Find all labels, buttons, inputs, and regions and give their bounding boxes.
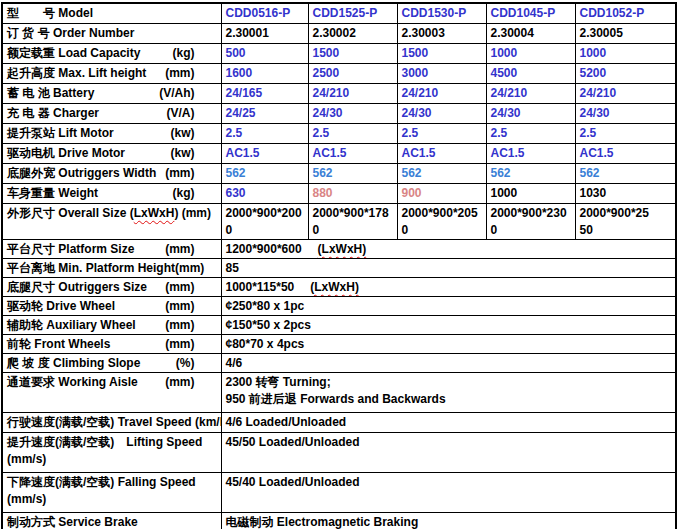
spec-unit: (mm)	[165, 317, 216, 334]
spec-label-cell: 起升高度 Max. Lift height (mm)	[2, 63, 221, 83]
spec-value: 24/30	[575, 103, 676, 123]
spec-label: 下降速度(满载/空载) Falling Speed	[7, 474, 217, 491]
spec-label-cell: 提升泵站 Lift Motor (kw)	[2, 123, 221, 143]
spec-label-cell: 平台尺寸 Platform Size (mm)	[2, 239, 221, 258]
spec-unit: (mm)	[165, 165, 216, 182]
spec-value: 2.5	[575, 123, 676, 143]
spec-value-spellcheck: (LxWxH)	[310, 280, 359, 294]
spec-value: 630	[221, 183, 308, 203]
spec-value: 562	[308, 163, 397, 183]
spec-value: 2.5	[397, 123, 486, 143]
spec-label: 提升速度(满载/空载) Lifting Speed	[7, 434, 217, 451]
spec-label: 平台尺寸 Platform Size	[7, 241, 134, 258]
spec-label-cell: 平台离地 Min. Platform Height (mm)	[2, 258, 221, 277]
spec-value-line1: 2300 转弯 Turning;	[226, 374, 672, 391]
spec-label: 额定载重 Load Capacity	[7, 45, 140, 62]
spec-value: 2.5	[486, 123, 575, 143]
spec-value: 2300 转弯 Turning; 950 前进后退 Forwards and B…	[221, 372, 676, 412]
spec-label-cell: 蓄 电 池 Battery (V/Ah)	[2, 83, 221, 103]
spec-value: 电磁制动 Electromagnetic Braking	[221, 512, 676, 529]
spec-value: AC1.5	[308, 143, 397, 163]
spec-unit: (V/Ah)	[159, 85, 216, 102]
spec-value: 562	[575, 163, 676, 183]
spec-label: 行驶速度(满载/空载) Travel Speed (km/h)	[7, 414, 217, 431]
spec-value: 24/210	[486, 83, 575, 103]
spec-label-cell: 车身重量 Weight (kg)	[2, 183, 221, 203]
spec-value: 1000*115*50(LxWxH)	[221, 277, 676, 296]
spec-unit: (mm)	[165, 336, 216, 353]
spec-value: 1000	[575, 43, 676, 63]
spec-value: 4/6	[221, 353, 676, 372]
spec-value: AC1.5	[486, 143, 575, 163]
spec-value: 24/30	[397, 103, 486, 123]
spec-value-line2: 950 前进后退 Forwards and Backwards	[226, 391, 672, 408]
row-charger: 充 电 器 Charger (V/A) 24/25 24/30 24/30 24…	[2, 103, 676, 123]
spec-label: 底腿尺寸 Outriggers Size	[7, 279, 147, 296]
spec-value: 2.30001	[221, 23, 308, 43]
spec-label: 蓄 电 池 Battery	[7, 85, 94, 102]
spec-value: 2.30004	[486, 23, 575, 43]
spec-value: 85	[221, 258, 676, 277]
spec-value: 1000	[486, 43, 575, 63]
spec-label: 底腿外宽 Outriggers Width	[7, 165, 156, 182]
row-model: 型 号 Model CDD0516-P CDD1525-P CDD1530-P …	[2, 3, 676, 23]
row-outriggers-size: 底腿尺寸 Outriggers Size (mm) 1000*115*50(Lx…	[2, 277, 676, 296]
spec-label: 订 货 号 Order Number	[7, 25, 134, 42]
row-overall-size: 外形尺寸 Overall Size (LxWxH) (mm) 2000*900*…	[2, 203, 676, 239]
spec-value: AC1.5	[221, 143, 308, 163]
row-min-platform-height: 平台离地 Min. Platform Height (mm) 85	[2, 258, 676, 277]
spec-value: 1200*900*600(LxWxH)	[221, 239, 676, 258]
spec-value: 24/30	[486, 103, 575, 123]
spec-unit: (mm)	[165, 241, 216, 258]
spec-label-cell: 驱动电机 Drive Motor (kw)	[2, 143, 221, 163]
row-working-aisle: 通道要求 Working Aisle (mm) 2300 转弯 Turning;…	[2, 372, 676, 412]
spec-value: ¢80*70 x 4pcs	[221, 334, 676, 353]
spec-label: 爬 坡 度 Climbing Slope	[7, 355, 140, 372]
spec-label: 平台离地 Min. Platform Height	[7, 260, 175, 277]
spec-label-cell: 下降速度(满载/空载) Falling Speed (mm/s)	[2, 472, 221, 512]
spec-label-cell: 通道要求 Working Aisle (mm)	[2, 372, 221, 412]
spec-value: AC1.5	[397, 143, 486, 163]
row-order-number: 订 货 号 Order Number 2.30001 2.30002 2.300…	[2, 23, 676, 43]
spec-value: 24/165	[221, 83, 308, 103]
spec-label: 外形尺寸 Overall Size (	[7, 206, 134, 220]
spec-value: 562	[221, 163, 308, 183]
spec-unit: (%)	[176, 355, 217, 372]
spec-label-cell: 爬 坡 度 Climbing Slope (%)	[2, 353, 221, 372]
spec-value: 24/210	[308, 83, 397, 103]
spec-label: 起升高度 Max. Lift height	[7, 65, 146, 82]
row-service-brake: 制动方式 Service Brake 电磁制动 Electromagnetic …	[2, 512, 676, 529]
spec-table: 型 号 Model CDD0516-P CDD1525-P CDD1530-P …	[1, 2, 677, 529]
spec-label: 充 电 器 Charger	[7, 105, 99, 122]
spec-value: 500	[221, 43, 308, 63]
spec-value: CDD1052-P	[575, 3, 676, 23]
spec-unit: (kg)	[173, 185, 217, 202]
spec-label-cell: 辅助轮 Auxiliary Wheel (mm)	[2, 315, 221, 334]
spec-label-line2: (mm/s)	[7, 451, 217, 468]
spec-value: 562	[397, 163, 486, 183]
spec-value: 45/50 Loaded/Unloaded	[221, 432, 676, 472]
spec-value: 1030	[575, 183, 676, 203]
spec-label: 型 号 Model	[7, 5, 93, 22]
row-front-wheels: 前轮 Front Wheels (mm) ¢80*70 x 4pcs	[2, 334, 676, 353]
spec-label: 通道要求 Working Aisle	[7, 374, 138, 391]
spec-label-spellcheck: LxWxH	[134, 206, 175, 220]
spec-unit: (mm)	[165, 298, 216, 315]
row-climbing-slope: 爬 坡 度 Climbing Slope (%) 4/6	[2, 353, 676, 372]
spec-value: 24/210	[397, 83, 486, 103]
spec-value: 2000*900*2550	[575, 203, 676, 239]
spec-value: 1500	[397, 43, 486, 63]
spec-value: 562	[486, 163, 575, 183]
row-drive-wheel: 驱动轮 Drive Wheel (mm) ¢250*80 x 1pc	[2, 296, 676, 315]
row-auxiliary-wheel: 辅助轮 Auxiliary Wheel (mm) ¢150*50 x 2pcs	[2, 315, 676, 334]
spec-value: 45/40 Loaded/Unloaded	[221, 472, 676, 512]
spec-value: 1500	[308, 43, 397, 63]
row-platform-size: 平台尺寸 Platform Size (mm) 1200*900*600(LxW…	[2, 239, 676, 258]
spec-label-line2: (mm/s)	[7, 491, 217, 508]
row-travel-speed: 行驶速度(满载/空载) Travel Speed (km/h) 4/6 Load…	[2, 412, 676, 432]
spec-value: ¢250*80 x 1pc	[221, 296, 676, 315]
row-drive-motor: 驱动电机 Drive Motor (kw) AC1.5 AC1.5 AC1.5 …	[2, 143, 676, 163]
spec-unit: (kw)	[171, 125, 217, 142]
spec-label-cell: 订 货 号 Order Number	[2, 23, 221, 43]
spec-value: CDD1530-P	[397, 3, 486, 23]
